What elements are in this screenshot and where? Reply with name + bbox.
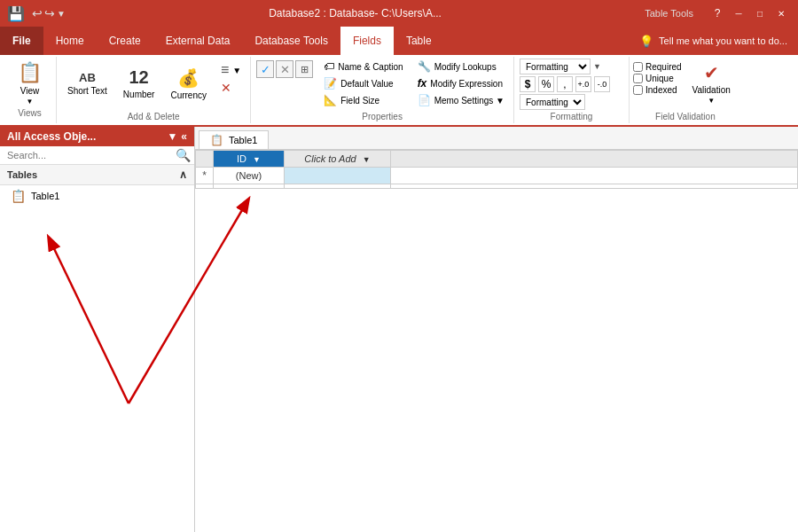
main-area: All Access Obje... ▼ « 🔍 Tables ∧ 📋 Tabl… xyxy=(0,127,798,532)
empty-row-1 xyxy=(196,184,798,189)
checkbox-checked-icon[interactable]: ✓ xyxy=(256,60,274,78)
click-to-add-dropdown-icon[interactable]: ▼ xyxy=(363,155,371,164)
empty-cell xyxy=(391,168,798,184)
search-input[interactable] xyxy=(4,148,176,162)
menu-item-database-tools[interactable]: Database Tools xyxy=(242,27,340,55)
indexed-dropdown[interactable]: Formatting xyxy=(520,94,585,110)
maximize-button[interactable] xyxy=(750,5,770,21)
decimal-increase-button[interactable]: +.0 xyxy=(575,76,591,92)
more-label: ▼ xyxy=(232,66,241,75)
menu-item-fields[interactable]: Fields xyxy=(340,27,394,55)
dropdown-arrow[interactable]: ▼ xyxy=(57,9,66,19)
table1-tab-label: Table1 xyxy=(229,135,257,145)
tell-me-bar[interactable]: 💡 Tell me what you want to do... xyxy=(629,27,798,55)
id-col-dropdown-icon[interactable]: ▼ xyxy=(253,155,261,164)
validation-dropdown-icon[interactable]: ▼ xyxy=(708,97,715,105)
validation-label: Validation xyxy=(692,85,731,95)
sidebar-collapse-icon[interactable]: « xyxy=(181,130,187,143)
name-caption-button[interactable]: 🏷 Name & Caption xyxy=(318,59,408,74)
sidebar-header-icons[interactable]: ▼ « xyxy=(167,130,187,143)
help-button[interactable]: ? xyxy=(708,5,727,21)
decimal-decrease-button[interactable]: -.0 xyxy=(594,76,610,92)
ribbon-group-formatting: Formatting ▼ $ % , +.0 -.0 Formatting xyxy=(514,57,630,123)
currency-button[interactable]: 💰 Currency xyxy=(163,59,214,108)
minimize-button[interactable] xyxy=(729,5,748,21)
table-tools-label: Table Tools xyxy=(645,8,693,19)
format-select-row: Formatting ▼ xyxy=(520,59,623,74)
format-dropdown-icon[interactable]: ▼ xyxy=(593,62,601,71)
modify-lookups-button[interactable]: 🔧 Modify Lookups xyxy=(412,59,510,74)
redo-button[interactable]: ↪ xyxy=(44,6,55,20)
window-controls[interactable]: ? xyxy=(708,5,791,21)
more-fields-button[interactable]: ≡ ▼ xyxy=(215,62,246,78)
indexed-checkbox[interactable] xyxy=(633,85,643,95)
new-click-cell[interactable] xyxy=(285,168,391,184)
indexed-checkbox-row: Indexed xyxy=(633,85,682,95)
table1-tab[interactable]: 📋 Table1 xyxy=(199,130,269,149)
properties-left: ✓ ✕ ⊞ xyxy=(254,59,315,110)
comma-button[interactable]: , xyxy=(557,76,573,92)
menu-item-home[interactable]: Home xyxy=(43,27,97,55)
sidebar-item-table1[interactable]: 📋 Table1 xyxy=(0,185,194,207)
empty-rest xyxy=(391,184,798,189)
format-dropdown[interactable]: Formatting xyxy=(520,59,591,74)
memo-settings-button[interactable]: 📄 Memo Settings ▼ xyxy=(412,92,510,108)
tell-me-text[interactable]: Tell me what you want to do... xyxy=(659,35,787,46)
short-text-button[interactable]: AB Short Text xyxy=(60,59,114,108)
default-value-button[interactable]: 📝 Default Value xyxy=(318,75,408,91)
empty-id[interactable] xyxy=(214,184,285,189)
insert-field-icon[interactable]: ⊞ xyxy=(295,60,313,78)
data-table: ID ▼ Click to Add ▼ * xyxy=(195,150,798,189)
click-to-add-header[interactable]: Click to Add ▼ xyxy=(285,151,391,168)
properties-right2: 🔧 Modify Lookups fx Modify Expression 📄 … xyxy=(412,59,510,110)
required-checkbox[interactable] xyxy=(633,62,643,72)
short-text-label: Short Text xyxy=(67,86,107,96)
menu-item-create[interactable]: Create xyxy=(97,27,153,55)
modify-lookups-icon: 🔧 xyxy=(418,60,431,73)
add-delete-group-label: Add & Delete xyxy=(60,112,246,121)
sidebar-dropdown-icon[interactable]: ▼ xyxy=(167,130,177,143)
undo-button[interactable]: ↩ xyxy=(32,6,43,20)
undo-redo-controls[interactable]: ↩ ↪ ▼ xyxy=(32,6,66,20)
title-bar: 💾 ↩ ↪ ▼ Database2 : Database- C:\Users\A… xyxy=(0,0,798,27)
menu-item-external-data[interactable]: External Data xyxy=(153,27,243,55)
field-size-icon: 📐 xyxy=(324,94,337,106)
view-dropdown-icon[interactable]: ▼ xyxy=(27,98,34,106)
number-icon: 12 xyxy=(129,67,149,88)
menu-item-table[interactable]: Table xyxy=(394,27,444,55)
ribbon-group-views: 📋 View ▼ Views xyxy=(4,57,57,123)
unique-checkbox[interactable] xyxy=(633,74,643,83)
tab-bar: 📋 Table1 xyxy=(195,127,798,150)
validation-group-label: Field Validation xyxy=(633,112,738,121)
tables-collapse-icon[interactable]: ∧ xyxy=(179,168,187,181)
field-size-button[interactable]: 📐 Field Size xyxy=(318,92,408,108)
menu-bar: File Home Create External Data Database … xyxy=(0,27,798,55)
ribbon-group-field-validation: Required Unique Indexed ✔ Valid xyxy=(630,57,741,123)
close-button[interactable] xyxy=(771,5,791,21)
dollar-button[interactable]: $ xyxy=(520,76,536,92)
menu-item-file[interactable]: File xyxy=(0,27,43,55)
window-title: Database2 : Database- C:\Users\A... xyxy=(73,7,638,20)
row-star-marker: * xyxy=(196,168,214,184)
modify-expression-button[interactable]: fx Modify Expression xyxy=(412,75,510,91)
modify-lookups-label: Modify Lookups xyxy=(434,62,497,72)
search-icon[interactable]: 🔍 xyxy=(176,148,191,162)
checkbox-x-icon[interactable]: ✕ xyxy=(276,60,293,78)
new-id-cell[interactable]: (New) xyxy=(214,168,285,184)
delete-icon: ✕ xyxy=(221,81,231,95)
id-column-header[interactable]: ID ▼ xyxy=(214,151,285,168)
view-button[interactable]: 📋 View ▼ xyxy=(11,59,49,108)
number-button[interactable]: 12 Number xyxy=(116,59,162,108)
indexed-label: Indexed xyxy=(645,85,677,95)
formatting-controls: Formatting ▼ $ % , +.0 -.0 Formatting xyxy=(520,59,623,110)
unique-checkbox-row: Unique xyxy=(633,74,682,83)
percent-button[interactable]: % xyxy=(538,76,554,92)
properties-icons-row: ✓ ✕ ⊞ xyxy=(254,59,315,80)
delete-field-button[interactable]: ✕ xyxy=(215,80,246,96)
sidebar-title: All Access Obje... xyxy=(7,130,96,143)
empty-click[interactable] xyxy=(285,184,391,189)
currency-icon: 💰 xyxy=(177,67,200,89)
sidebar-search[interactable]: 🔍 xyxy=(0,146,194,165)
default-value-icon: 📝 xyxy=(324,77,337,90)
validation-button[interactable]: ✔ Validation ▼ xyxy=(685,59,738,108)
